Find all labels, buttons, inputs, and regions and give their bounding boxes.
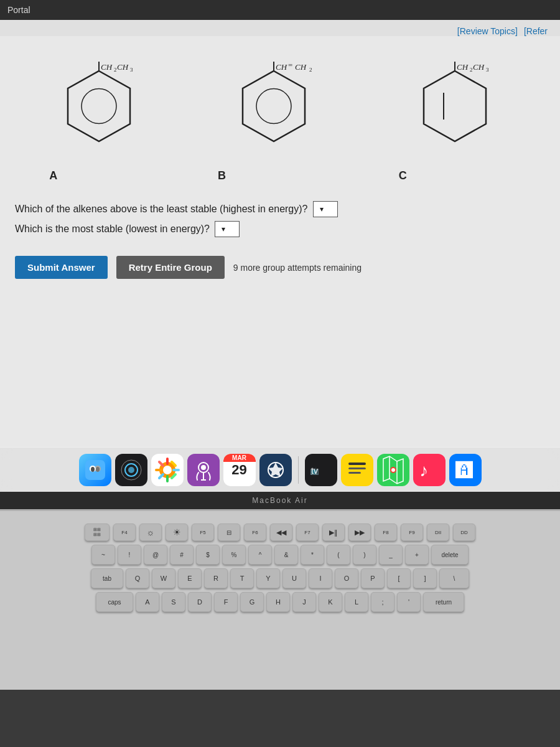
svg-point-26 (96, 467, 100, 472)
key-brightness-down[interactable]: ☼ (139, 524, 162, 541)
dock-appletv[interactable]: 📺 tv (305, 454, 337, 486)
key-9[interactable]: ( (327, 545, 350, 565)
key-f6-label[interactable]: F6 (244, 524, 266, 541)
dock-music[interactable]: ♪ (413, 454, 446, 486)
svg-text:CH: CH (295, 62, 307, 72)
submit-answer-button[interactable]: Submit Answer (15, 256, 108, 279)
key-s[interactable]: S (162, 592, 185, 612)
f9-text: F9 (409, 530, 414, 535)
key-f7-label[interactable]: F7 (296, 524, 319, 541)
key-f9-label[interactable]: F9 (401, 524, 423, 541)
dock-photos[interactable] (151, 454, 184, 486)
molecule-a-label: A (49, 169, 57, 182)
header-bar: [Review Topics] [Refer (0, 20, 560, 36)
key-caps[interactable]: caps (96, 592, 133, 612)
dock-separator (298, 456, 299, 484)
key-a[interactable]: A (136, 592, 159, 612)
dock-maps[interactable] (377, 454, 409, 486)
svg-text:CH: CH (276, 62, 287, 72)
molecule-a-svg: CH 2 CH 3 (49, 59, 149, 164)
molecule-c-label: C (399, 169, 407, 182)
attempts-remaining-text: 9 more group attempts remaining (233, 263, 362, 273)
key-1[interactable]: ! (118, 545, 141, 565)
key-return[interactable]: return (423, 592, 464, 612)
dock-podcasts[interactable] (187, 454, 220, 486)
refer-link[interactable]: [Refer (524, 26, 548, 36)
calendar-icon: MAR 29 (223, 454, 256, 486)
key-f8-label[interactable]: F8 (375, 524, 397, 541)
key-brightness-up[interactable]: ☀ (166, 524, 188, 541)
key-g[interactable]: G (240, 592, 264, 612)
svg-marker-7 (243, 71, 305, 141)
key-backtick[interactable]: ~ (91, 545, 115, 565)
key-play-pause[interactable]: ▶‖ (322, 524, 345, 541)
key-k[interactable]: K (319, 592, 342, 612)
molecule-c-svg: CH 2 CH 3 (399, 59, 511, 164)
key-e[interactable]: E (178, 568, 202, 588)
key-backslash[interactable]: \ (439, 568, 469, 588)
molecule-b-container: CH = CH 2 B (218, 59, 330, 182)
svg-text:tv: tv (311, 466, 318, 476)
photos-icon (151, 454, 184, 486)
key-prev-track[interactable]: ◀◀ (270, 524, 292, 541)
maps-icon (377, 454, 409, 486)
key-7[interactable]: & (274, 545, 298, 565)
key-i[interactable]: I (309, 568, 332, 588)
svg-point-35 (201, 465, 206, 470)
review-topics-link[interactable]: [Review Topics] (457, 26, 518, 36)
key-minus[interactable]: _ (379, 545, 403, 565)
key-y[interactable]: Y (256, 568, 280, 588)
key-8[interactable]: * (301, 545, 324, 565)
key-p[interactable]: P (361, 568, 385, 588)
key-l[interactable]: L (345, 592, 368, 612)
retry-entire-group-button[interactable]: Retry Entire Group (116, 256, 225, 279)
key-w[interactable]: W (152, 568, 175, 588)
macbook-label-text: MacBook Air (252, 496, 307, 505)
svg-rect-46 (348, 467, 366, 469)
key-0[interactable]: ) (353, 545, 376, 565)
dock-appstore[interactable]: 🅰 (449, 454, 482, 486)
notes-icon (341, 454, 373, 486)
least-stable-dropdown[interactable] (313, 201, 338, 217)
podcasts-icon (187, 454, 220, 486)
siri-icon (115, 454, 147, 486)
launchpad-icon (259, 454, 292, 486)
key-f4-label[interactable]: F4 (113, 524, 136, 541)
svg-text:2: 2 (114, 67, 117, 73)
key-mission-control[interactable]: ⊟ (218, 524, 240, 541)
key-r[interactable]: R (204, 568, 228, 588)
question-line-1: Which of the alkenes above is the least … (15, 201, 545, 217)
dock-launchpad[interactable] (259, 454, 292, 486)
key-5[interactable]: % (222, 545, 246, 565)
key-f5-label[interactable]: F5 (192, 524, 214, 541)
key-4[interactable]: $ (196, 545, 220, 565)
key-6[interactable]: ^ (248, 545, 272, 565)
key-bracket-l[interactable]: [ (387, 568, 411, 588)
dock-calendar[interactable]: MAR 29 (223, 454, 256, 486)
most-stable-dropdown[interactable] (215, 221, 240, 237)
molecules-row: CH 2 CH 3 A CH = CH 2 (15, 59, 545, 182)
key-quote[interactable]: ' (397, 592, 421, 612)
key-dd-label[interactable]: DD (453, 524, 475, 541)
key-next-track[interactable]: ▶▶ (348, 524, 371, 541)
key-equals[interactable]: + (405, 545, 429, 565)
key-q[interactable]: Q (126, 568, 149, 588)
dock-siri[interactable] (115, 454, 147, 486)
key-bracket-r[interactable]: ] (413, 568, 437, 588)
key-semicolon[interactable]: ; (371, 592, 394, 612)
key-t[interactable]: T (230, 568, 254, 588)
key-h[interactable]: H (266, 592, 290, 612)
key-2[interactable]: @ (144, 545, 167, 565)
key-u[interactable]: U (282, 568, 306, 588)
key-delete[interactable]: delete (431, 545, 469, 565)
key-dii-label[interactable]: DII (427, 524, 449, 541)
key-3[interactable]: # (170, 545, 194, 565)
dock-finder[interactable] (79, 454, 111, 486)
key-tab[interactable]: tab (91, 568, 123, 588)
key-o[interactable]: O (335, 568, 358, 588)
key-j[interactable]: J (292, 592, 316, 612)
dock-notes[interactable] (341, 454, 373, 486)
key-f[interactable]: F (214, 592, 238, 612)
key-d[interactable]: D (188, 592, 212, 612)
key-f4[interactable]: ⊞⊞ ⊞⊞ (85, 524, 110, 541)
